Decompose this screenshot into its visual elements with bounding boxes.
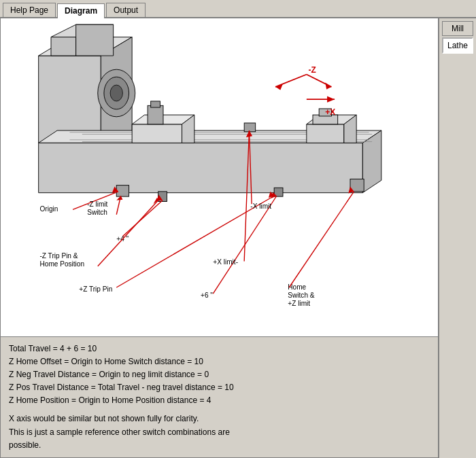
right-panel: Mill Lathe — [439, 18, 476, 458]
content-area: -Z +X Origin — [0, 18, 476, 458]
diagram-section: -Z +X Origin — [1, 18, 438, 336]
svg-text:-X limit: -X limit — [250, 202, 271, 210]
info-line-4: Z Pos Travel Distance = Total Travel - n… — [9, 381, 430, 394]
info-line-6: X axis would be similar but not shown fu… — [9, 412, 430, 425]
svg-marker-16 — [132, 124, 182, 143]
tab-diagram[interactable]: Diagram — [57, 3, 105, 18]
svg-rect-28 — [244, 123, 256, 132]
svg-text:Switch: Switch — [87, 209, 107, 216]
svg-text:-Z Trip Pin &: -Z Trip Pin & — [40, 252, 78, 260]
svg-line-47 — [122, 200, 163, 236]
svg-point-5 — [110, 85, 122, 101]
svg-text:+Z Trip Pin: +Z Trip Pin — [79, 285, 112, 293]
svg-text:+X: +X — [325, 107, 335, 117]
svg-rect-19 — [148, 105, 163, 124]
tab-help-page[interactable]: Help Page — [3, 3, 56, 17]
tab-output[interactable]: Output — [106, 3, 146, 17]
svg-text:-Z: -Z — [309, 65, 316, 75]
main-window: Help Page Diagram Output — [0, 0, 476, 458]
mill-button[interactable]: Mill — [442, 21, 473, 36]
svg-marker-21 — [307, 124, 344, 143]
info-line-2: Z Home Offset = Origin to Home Switch di… — [9, 355, 430, 368]
info-line-5: Z Home Position = Origin to Home Positio… — [9, 394, 430, 407]
svg-text:+Z limit: +Z limit — [288, 300, 310, 307]
svg-marker-7 — [51, 37, 76, 56]
svg-marker-38 — [327, 96, 335, 103]
svg-text:Switch &: Switch & — [288, 292, 314, 299]
svg-text:Home: Home — [288, 283, 306, 291]
svg-line-67 — [289, 192, 354, 287]
tab-bar: Help Page Diagram Output — [0, 0, 476, 18]
info-line-3: Z Neg Travel Distance = Origin to neg li… — [9, 368, 430, 381]
info-section: Total Travel = 4 + 6 = 10 Z Home Offset … — [1, 336, 438, 458]
svg-text:-Z limit: -Z limit — [87, 200, 107, 208]
svg-text:+X limit-: +X limit- — [213, 258, 238, 266]
svg-marker-0 — [39, 56, 101, 143]
info-line-7: This is just a sample reference other sw… — [9, 426, 430, 439]
lathe-button[interactable]: Lathe — [442, 37, 473, 54]
svg-marker-8 — [76, 24, 114, 56]
svg-rect-26 — [116, 186, 129, 196]
info-line-1: Total Travel = 4 + 6 = 10 — [9, 342, 430, 355]
svg-rect-20 — [151, 101, 160, 107]
info-line-8: possible. — [9, 439, 430, 452]
svg-text:Home Position: Home Position — [40, 260, 85, 268]
main-panel: -Z +X Origin — [0, 18, 439, 458]
svg-text:Origin: Origin — [40, 205, 58, 213]
svg-text:+6 ": +6 " — [201, 292, 213, 299]
svg-marker-10 — [39, 143, 363, 192]
svg-marker-32 — [275, 84, 283, 90]
